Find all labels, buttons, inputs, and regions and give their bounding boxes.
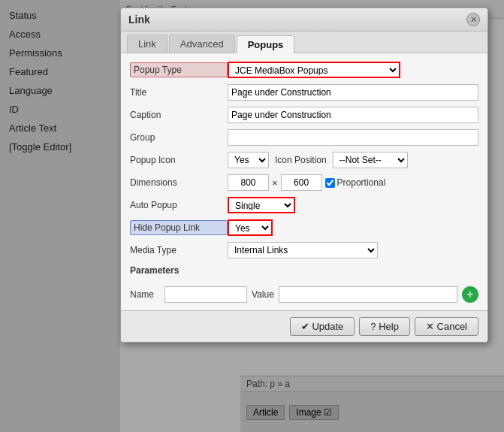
popup-icon-control: Yes No Icon Position --Not Set-- Left Ri… bbox=[228, 152, 478, 168]
group-input[interactable] bbox=[228, 129, 478, 146]
icon-position-label: Icon Position bbox=[275, 155, 327, 165]
title-label: Title bbox=[130, 87, 228, 98]
title-control bbox=[228, 84, 478, 101]
tab-link[interactable]: Link bbox=[127, 35, 167, 53]
add-param-button[interactable]: + bbox=[462, 286, 478, 303]
update-button[interactable]: ✔ Update bbox=[290, 317, 355, 336]
auto-popup-row: Auto Popup Single None Always bbox=[130, 196, 478, 214]
width-input[interactable] bbox=[228, 174, 269, 191]
modal-header: Link ✕ bbox=[121, 8, 487, 32]
auto-popup-select[interactable]: Single None Always bbox=[228, 197, 295, 213]
dimensions-control: × Proportional bbox=[228, 174, 478, 191]
param-name-input[interactable] bbox=[164, 286, 247, 303]
cancel-button[interactable]: ✕ Cancel bbox=[415, 317, 478, 336]
hide-popup-select[interactable]: Yes No bbox=[228, 219, 273, 236]
media-type-control: Internal Links External Links Video bbox=[228, 242, 478, 258]
media-type-label: Media Type bbox=[130, 245, 228, 255]
popup-icon-select[interactable]: Yes No bbox=[228, 152, 269, 168]
tab-advanced[interactable]: Advanced bbox=[169, 35, 235, 53]
parameters-header-row: Parameters bbox=[130, 264, 478, 282]
modal-tabs: Link Advanced Popups bbox=[121, 32, 487, 53]
group-label: Group bbox=[130, 132, 228, 143]
modal-footer: ✔ Update ? Help ✕ Cancel bbox=[121, 310, 487, 342]
value-label: Value bbox=[252, 289, 274, 300]
dimensions-row: Dimensions × Proportional bbox=[130, 174, 478, 192]
proportional-text: Proportional bbox=[337, 177, 386, 188]
group-control bbox=[228, 129, 478, 146]
dim-separator: × bbox=[272, 177, 278, 189]
parameters-row: Name Value + bbox=[130, 286, 478, 303]
modal-close-button[interactable]: ✕ bbox=[466, 13, 480, 26]
hide-popup-label: Hide Popup Link bbox=[130, 220, 228, 235]
height-input[interactable] bbox=[281, 174, 322, 191]
proportional-label: Proportional bbox=[325, 177, 386, 188]
help-button[interactable]: ? Help bbox=[359, 317, 410, 336]
title-input[interactable] bbox=[228, 84, 478, 101]
param-value-input[interactable] bbox=[279, 286, 457, 303]
title-row: Title bbox=[130, 83, 478, 101]
proportional-checkbox[interactable] bbox=[325, 178, 335, 188]
auto-popup-label: Auto Popup bbox=[130, 200, 228, 210]
popup-icon-label: Popup Icon bbox=[130, 155, 228, 165]
popup-type-select[interactable]: JCE MediaBox Popups bbox=[228, 62, 400, 78]
caption-row: Caption bbox=[130, 106, 478, 124]
group-row: Group bbox=[130, 128, 478, 147]
modal-body: Popup Type JCE MediaBox Popups Title Cap… bbox=[121, 53, 487, 310]
hide-popup-row: Hide Popup Link Yes No bbox=[130, 219, 478, 237]
name-label: Name bbox=[130, 289, 160, 300]
icon-position-select[interactable]: --Not Set-- Left Right bbox=[333, 152, 408, 168]
parameters-label: Parameters bbox=[130, 265, 228, 276]
dimensions-inputs: × Proportional bbox=[228, 174, 478, 191]
caption-label: Caption bbox=[130, 110, 228, 120]
popup-icon-row: Popup Icon Yes No Icon Position --Not Se… bbox=[130, 151, 478, 169]
caption-control bbox=[228, 107, 478, 123]
popup-type-control: JCE MediaBox Popups bbox=[228, 62, 478, 78]
caption-input[interactable] bbox=[228, 107, 478, 123]
tab-popups[interactable]: Popups bbox=[237, 35, 295, 53]
icon-row: Yes No Icon Position --Not Set-- Left Ri… bbox=[228, 152, 478, 168]
auto-popup-control: Single None Always bbox=[228, 197, 478, 213]
link-modal: Link ✕ Link Advanced Popups Popup Type J… bbox=[120, 8, 488, 343]
hide-popup-control: Yes No bbox=[228, 219, 478, 236]
media-type-row: Media Type Internal Links External Links… bbox=[130, 241, 478, 259]
media-type-select[interactable]: Internal Links External Links Video bbox=[228, 242, 378, 258]
popup-type-label: Popup Type bbox=[130, 62, 228, 77]
popup-type-row: Popup Type JCE MediaBox Popups bbox=[130, 61, 478, 79]
dimensions-label: Dimensions bbox=[130, 177, 228, 188]
modal-title: Link bbox=[128, 14, 150, 26]
